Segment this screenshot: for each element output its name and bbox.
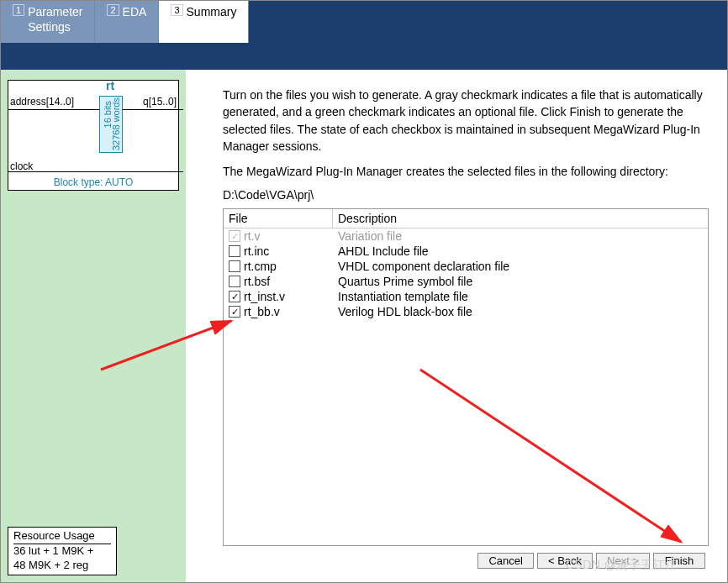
- table-row: rt.incAHDL Include file: [224, 244, 708, 259]
- table-row: rt.bsfQuartus Prime symbol file: [224, 274, 708, 289]
- tab-parameter-settings[interactable]: 1 Parameter Settings: [1, 1, 95, 43]
- tab-bar: 1 Parameter Settings 2 EDA 3 Summary: [1, 1, 727, 43]
- file-name: rt.inc: [244, 244, 269, 258]
- file-checkbox[interactable]: [229, 276, 240, 287]
- table-row: ✓rt_bb.vVerilog HDL black-box file: [224, 304, 708, 319]
- file-description: VHDL component declaration file: [333, 260, 708, 273]
- file-checkbox[interactable]: ✓: [229, 291, 240, 302]
- table-header: File Description: [224, 209, 708, 228]
- finish-button[interactable]: Finish: [653, 553, 705, 569]
- file-table: File Description ✓rt.vVariation filert.i…: [223, 208, 709, 546]
- file-name: rt_bb.v: [244, 305, 280, 318]
- next-button: Next >: [596, 553, 650, 569]
- file-name: rt.cmp: [244, 260, 277, 273]
- output-directory: D:\Code\VGA\prj\: [223, 188, 709, 202]
- file-checkbox[interactable]: [229, 245, 240, 257]
- file-checkbox[interactable]: ✓: [229, 306, 240, 318]
- right-panel: Turn on the files you wish to generate. …: [186, 70, 727, 582]
- left-panel: rt address[14..0] q[15..0] clock 16 bits…: [1, 70, 186, 582]
- file-description: Verilog HDL black-box file: [333, 305, 708, 318]
- file-description: Instantiation template file: [333, 290, 708, 303]
- file-name: rt.v: [244, 229, 260, 243]
- tab-summary[interactable]: 3 Summary: [159, 1, 249, 43]
- cancel-button[interactable]: Cancel: [477, 553, 533, 569]
- file-name: rt.bsf: [244, 275, 270, 288]
- file-description: Quartus Prime symbol file: [333, 275, 708, 288]
- table-row: ✓rt.vVariation file: [224, 228, 708, 244]
- file-checkbox: ✓: [229, 230, 240, 242]
- file-description: Variation file: [333, 229, 708, 243]
- back-button[interactable]: < Back: [537, 553, 593, 569]
- table-row: ✓rt_inst.vInstantiation template file: [224, 289, 708, 304]
- file-checkbox[interactable]: [229, 260, 240, 272]
- instructions-2: The MegaWizard Plug-In Manager creates t…: [223, 163, 709, 180]
- file-description: AHDL Include file: [333, 244, 708, 258]
- tab-eda[interactable]: 2 EDA: [95, 1, 159, 43]
- instructions-1: Turn on the files you wish to generate. …: [223, 87, 709, 155]
- file-name: rt_inst.v: [244, 290, 285, 303]
- resource-usage: Resource Usage 36 lut + 1 M9K + 48 M9K +…: [8, 527, 117, 575]
- table-row: rt.cmpVHDL component declaration file: [224, 259, 708, 274]
- block-diagram: rt address[14..0] q[15..0] clock 16 bits…: [8, 80, 179, 191]
- button-bar: Cancel < Back Next > Finish: [223, 546, 709, 572]
